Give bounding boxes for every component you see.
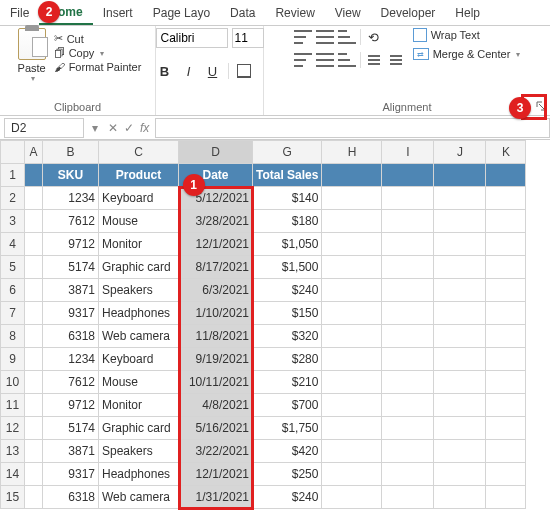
cell-J9[interactable] [434, 348, 486, 371]
cell-A7[interactable] [25, 302, 43, 325]
cell-J2[interactable] [434, 187, 486, 210]
row-header-9[interactable]: 9 [1, 348, 25, 371]
row-header-10[interactable]: 10 [1, 371, 25, 394]
cell-D11[interactable]: 4/8/2021 [179, 394, 253, 417]
align-center-button[interactable] [316, 53, 334, 67]
cell-J10[interactable] [434, 371, 486, 394]
cell-D6[interactable]: 6/3/2021 [179, 279, 253, 302]
cell-J8[interactable] [434, 325, 486, 348]
cell-D15[interactable]: 1/31/2021 [179, 486, 253, 509]
cell-J6[interactable] [434, 279, 486, 302]
cell-C8[interactable]: Web camera [99, 325, 179, 348]
cell-A10[interactable] [25, 371, 43, 394]
cell-H13[interactable] [322, 440, 382, 463]
cell-B6[interactable]: 3871 [43, 279, 99, 302]
cell-J12[interactable] [434, 417, 486, 440]
cell-A9[interactable] [25, 348, 43, 371]
borders-button[interactable] [235, 62, 253, 80]
row-header-13[interactable]: 13 [1, 440, 25, 463]
tab-insert[interactable]: Insert [93, 2, 143, 24]
cell-I10[interactable] [382, 371, 434, 394]
cell-I4[interactable] [382, 233, 434, 256]
cell-K6[interactable] [486, 279, 526, 302]
cell-H11[interactable] [322, 394, 382, 417]
col-header-D[interactable]: D [179, 141, 253, 164]
cell-D9[interactable]: 9/19/2021 [179, 348, 253, 371]
cell-B14[interactable]: 9317 [43, 463, 99, 486]
cell-K2[interactable] [486, 187, 526, 210]
cell-A14[interactable] [25, 463, 43, 486]
header-cell-K[interactable] [486, 164, 526, 187]
row-header-2[interactable]: 2 [1, 187, 25, 210]
tab-file[interactable]: File [4, 2, 39, 24]
cell-H15[interactable] [322, 486, 382, 509]
cell-G7[interactable]: $150 [253, 302, 322, 325]
cell-I8[interactable] [382, 325, 434, 348]
cell-B9[interactable]: 1234 [43, 348, 99, 371]
row-header-1[interactable]: 1 [1, 164, 25, 187]
cell-I3[interactable] [382, 210, 434, 233]
alignment-dialog-launcher[interactable] [534, 99, 548, 113]
cell-G13[interactable]: $420 [253, 440, 322, 463]
cell-J4[interactable] [434, 233, 486, 256]
header-cell-H[interactable] [322, 164, 382, 187]
row-header-14[interactable]: 14 [1, 463, 25, 486]
cell-D12[interactable]: 5/16/2021 [179, 417, 253, 440]
cell-C4[interactable]: Monitor [99, 233, 179, 256]
cell-A3[interactable] [25, 210, 43, 233]
col-header-G[interactable]: G [253, 141, 322, 164]
wrap-text-button[interactable]: Wrap Text [413, 28, 521, 42]
tab-view[interactable]: View [325, 2, 371, 24]
cancel-formula-button[interactable]: ✕ [106, 121, 120, 135]
bold-button[interactable]: B [156, 62, 174, 80]
cell-A6[interactable] [25, 279, 43, 302]
cell-C12[interactable]: Graphic card [99, 417, 179, 440]
cell-I2[interactable] [382, 187, 434, 210]
cell-K4[interactable] [486, 233, 526, 256]
cell-B15[interactable]: 6318 [43, 486, 99, 509]
cell-K7[interactable] [486, 302, 526, 325]
cell-K5[interactable] [486, 256, 526, 279]
align-middle-button[interactable] [316, 30, 334, 44]
cell-A15[interactable] [25, 486, 43, 509]
cell-H8[interactable] [322, 325, 382, 348]
row-header-7[interactable]: 7 [1, 302, 25, 325]
cell-G4[interactable]: $1,050 [253, 233, 322, 256]
row-header-11[interactable]: 11 [1, 394, 25, 417]
grid-table[interactable]: ABCDGHIJK1SKUProductDateTotal Sales21234… [0, 140, 526, 509]
align-top-button[interactable] [294, 30, 312, 44]
orientation-button[interactable]: ⟲ [365, 28, 383, 46]
cell-C5[interactable]: Graphic card [99, 256, 179, 279]
cell-G12[interactable]: $1,750 [253, 417, 322, 440]
row-header-6[interactable]: 6 [1, 279, 25, 302]
cell-I12[interactable] [382, 417, 434, 440]
cell-J14[interactable] [434, 463, 486, 486]
tab-review[interactable]: Review [265, 2, 324, 24]
paste-button[interactable]: Paste ▾ [14, 28, 50, 83]
col-header-B[interactable]: B [43, 141, 99, 164]
align-left-button[interactable] [294, 53, 312, 67]
cell-H5[interactable] [322, 256, 382, 279]
row-header-5[interactable]: 5 [1, 256, 25, 279]
cell-D10[interactable]: 10/11/2021 [179, 371, 253, 394]
cell-H7[interactable] [322, 302, 382, 325]
cell-B12[interactable]: 5174 [43, 417, 99, 440]
cell-K10[interactable] [486, 371, 526, 394]
cell-I9[interactable] [382, 348, 434, 371]
cell-G11[interactable]: $700 [253, 394, 322, 417]
cell-H10[interactable] [322, 371, 382, 394]
cell-B3[interactable]: 7612 [43, 210, 99, 233]
cell-D3[interactable]: 3/28/2021 [179, 210, 253, 233]
cell-I13[interactable] [382, 440, 434, 463]
header-cell-C[interactable]: Product [99, 164, 179, 187]
cell-C6[interactable]: Speakers [99, 279, 179, 302]
col-header-I[interactable]: I [382, 141, 434, 164]
italic-button[interactable]: I [180, 62, 198, 80]
cell-K13[interactable] [486, 440, 526, 463]
cell-I14[interactable] [382, 463, 434, 486]
cell-G15[interactable]: $240 [253, 486, 322, 509]
cell-B5[interactable]: 5174 [43, 256, 99, 279]
cell-C9[interactable]: Keyboard [99, 348, 179, 371]
row-header-12[interactable]: 12 [1, 417, 25, 440]
cell-C11[interactable]: Monitor [99, 394, 179, 417]
